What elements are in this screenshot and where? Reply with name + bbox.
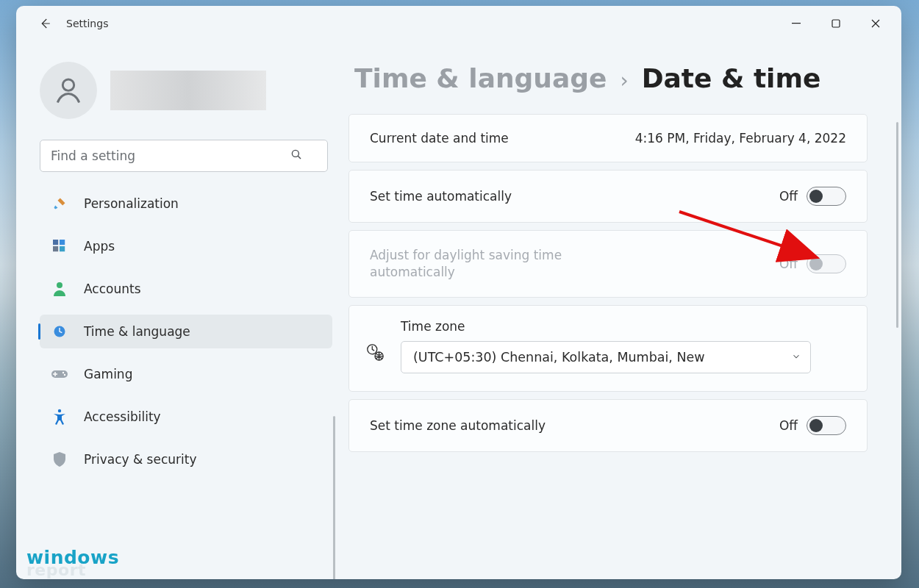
panel-dst-auto: Adjust for daylight saving time automati… xyxy=(348,230,868,298)
accessibility-icon xyxy=(51,409,68,425)
dst-auto-state: Off xyxy=(779,257,798,271)
watermark: windows report xyxy=(26,550,119,578)
apps-icon xyxy=(51,238,68,254)
svg-point-3 xyxy=(292,150,298,157)
sidebar-item-label: Accessibility xyxy=(84,409,161,424)
person-icon xyxy=(51,281,68,297)
panel-timezone: Time zone (UTC+05:30) Chennai, Kolkata, … xyxy=(348,305,868,392)
gamepad-icon xyxy=(51,366,68,382)
sidebar-item-label: Accounts xyxy=(84,282,141,296)
breadcrumb-parent[interactable]: Time & language xyxy=(354,63,607,93)
sidebar-item-label: Apps xyxy=(84,239,115,254)
search-input[interactable] xyxy=(40,140,328,172)
svg-rect-7 xyxy=(60,246,65,251)
svg-point-2 xyxy=(62,79,74,90)
dst-auto-toggle xyxy=(807,254,846,273)
svg-rect-5 xyxy=(60,240,65,245)
main-content: Time & language › Date & time Current da… xyxy=(348,41,901,579)
shield-icon xyxy=(51,451,68,467)
sidebar-item-apps[interactable]: Apps xyxy=(40,229,332,263)
svg-rect-6 xyxy=(53,246,58,251)
user-header xyxy=(40,62,338,119)
set-tz-auto-label: Set time zone automatically xyxy=(370,418,546,433)
sidebar-item-gaming[interactable]: Gaming xyxy=(40,357,332,391)
set-time-auto-label: Set time automatically xyxy=(370,189,512,204)
close-icon xyxy=(871,19,880,28)
sidebar-scrollbar[interactable] xyxy=(333,416,335,579)
sidebar-item-accessibility[interactable]: Accessibility xyxy=(40,400,332,434)
arrow-left-icon xyxy=(38,17,51,30)
maximize-icon xyxy=(832,19,840,28)
svg-point-12 xyxy=(64,374,65,376)
set-time-auto-state: Off xyxy=(779,189,798,204)
maximize-button[interactable] xyxy=(816,10,856,37)
sidebar: Personalization Apps Accounts xyxy=(16,41,348,579)
app-title: Settings xyxy=(66,18,108,29)
titlebar: Settings xyxy=(16,6,901,41)
svg-point-8 xyxy=(57,282,62,288)
user-name-redacted xyxy=(110,71,266,110)
sidebar-item-label: Privacy & security xyxy=(84,452,197,467)
dst-auto-label: Adjust for daylight saving time automati… xyxy=(370,247,634,281)
timezone-label: Time zone xyxy=(401,319,846,334)
svg-point-13 xyxy=(58,409,61,412)
close-button[interactable] xyxy=(856,10,895,37)
set-time-auto-toggle[interactable] xyxy=(807,187,846,206)
page-title: Date & time xyxy=(642,63,821,93)
nav-list: Personalization Apps Accounts xyxy=(40,187,332,476)
timezone-select[interactable]: (UTC+05:30) Chennai, Kolkata, Mumbai, Ne… xyxy=(401,341,811,373)
sidebar-item-privacy[interactable]: Privacy & security xyxy=(40,442,332,476)
avatar[interactable] xyxy=(40,62,97,119)
sidebar-item-accounts[interactable]: Accounts xyxy=(40,272,332,306)
timezone-icon xyxy=(365,351,385,365)
breadcrumb: Time & language › Date & time xyxy=(348,63,881,93)
sidebar-item-label: Time & language xyxy=(84,324,190,339)
minimize-button[interactable] xyxy=(776,10,816,37)
search-icon xyxy=(290,148,303,164)
sidebar-item-personalization[interactable]: Personalization xyxy=(40,187,332,220)
svg-rect-1 xyxy=(832,20,840,27)
clock-globe-icon xyxy=(51,323,68,340)
svg-rect-0 xyxy=(792,23,801,24)
sidebar-item-label: Personalization xyxy=(84,196,179,211)
back-button[interactable] xyxy=(31,10,59,37)
sidebar-item-time-language[interactable]: Time & language xyxy=(40,315,332,348)
current-datetime-label: Current date and time xyxy=(370,131,509,146)
svg-point-11 xyxy=(62,372,64,373)
minimize-icon xyxy=(792,19,801,28)
chevron-down-icon xyxy=(791,350,801,365)
panel-current-datetime: Current date and time 4:16 PM, Friday, F… xyxy=(348,114,868,162)
user-icon xyxy=(52,74,85,107)
brush-icon xyxy=(51,196,68,212)
chevron-right-icon: › xyxy=(620,68,628,93)
timezone-selected-value: (UTC+05:30) Chennai, Kolkata, Mumbai, Ne… xyxy=(413,350,705,365)
panel-set-time-auto: Set time automatically Off xyxy=(348,170,868,223)
panel-set-tz-auto: Set time zone automatically Off xyxy=(348,399,868,452)
settings-window: Settings xyxy=(16,6,901,579)
set-tz-auto-state: Off xyxy=(779,418,798,433)
current-datetime-value: 4:16 PM, Friday, February 4, 2022 xyxy=(635,131,846,146)
set-tz-auto-toggle[interactable] xyxy=(807,416,846,435)
main-scrollbar[interactable] xyxy=(896,122,898,328)
sidebar-item-label: Gaming xyxy=(84,367,132,381)
svg-rect-4 xyxy=(53,240,58,245)
